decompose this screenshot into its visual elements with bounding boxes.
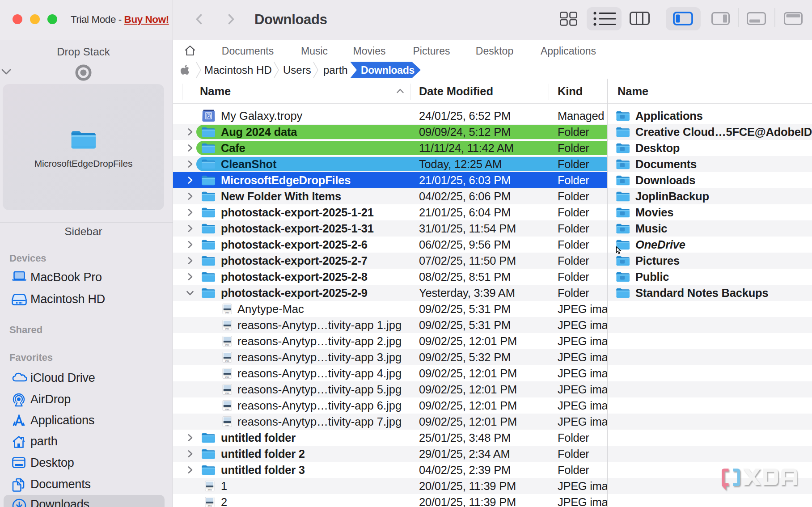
svg-text:JPEG: JPEG <box>225 376 229 378</box>
svg-text:JPEG: JPEG <box>225 344 229 346</box>
svg-text:JPEG: JPEG <box>225 425 229 427</box>
svg-text:JPEG: JPEG <box>225 393 229 394</box>
svg-text:JPEG: JPEG <box>225 312 229 314</box>
svg-text:JPEG: JPEG <box>225 360 229 362</box>
svg-text:JPEG: JPEG <box>225 409 229 410</box>
svg-text:JPEG: JPEG <box>208 505 212 507</box>
svg-text:JPEG: JPEG <box>225 328 229 330</box>
svg-text:JPEG: JPEG <box>208 489 212 491</box>
